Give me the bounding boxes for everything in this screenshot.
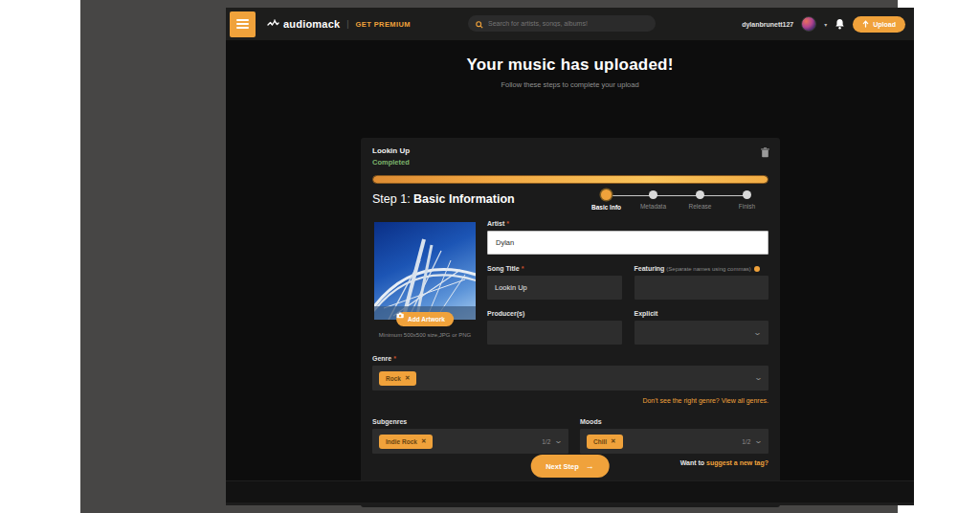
artwork-preview-image[interactable]: Add Artwork (374, 222, 476, 320)
step-header: Step 1: Basic Information (372, 192, 515, 206)
step-dot (649, 190, 657, 199)
logo-divider: | (346, 19, 348, 29)
upload-progress-bar (372, 175, 768, 184)
app-window: audiomack | GET PREMIUM dylanbrunett127 … (226, 8, 914, 505)
remove-tag-icon[interactable]: ✕ (405, 374, 410, 382)
required-marker: * (506, 220, 509, 227)
menu-icon[interactable] (230, 11, 256, 37)
subgenre-tag: Indie Rock✕ (379, 435, 433, 449)
suggest-tag-link[interactable]: suggest a new tag? (706, 459, 768, 466)
upload-button[interactable]: Upload (853, 16, 905, 33)
producers-label: Producer(s) (487, 310, 622, 317)
mood-tag: Chill✕ (587, 435, 623, 449)
page-subtitle: Follow these steps to complete your uplo… (226, 80, 914, 89)
add-artwork-button[interactable]: Add Artwork (396, 312, 454, 326)
genre-label: Genre* (372, 355, 768, 362)
stepper-step-finish[interactable]: Finish (724, 190, 770, 211)
explicit-label: Explicit (635, 310, 769, 317)
remove-tag-icon[interactable]: ✕ (611, 437, 615, 445)
audiomack-logo[interactable]: audiomack | GET PREMIUM (267, 18, 411, 30)
featuring-hint: (Separate names using commas) (666, 266, 750, 272)
featuring-input[interactable] (635, 276, 769, 300)
required-marker: * (393, 355, 396, 362)
upload-progress-fill (373, 176, 768, 183)
explicit-select[interactable]: ⌄ (635, 321, 769, 345)
stepper-step-release[interactable]: Release (677, 190, 724, 211)
basic-info-form: Artist* Song Title* Featuring (Separate … (487, 220, 768, 345)
search-bar[interactable] (468, 15, 656, 32)
uploaded-song-name: Lookin Up (372, 146, 410, 155)
genre-chevron: ⌄ (755, 374, 762, 382)
get-premium-link[interactable]: GET PREMIUM (356, 20, 411, 29)
page-title: Your music has uploaded! (226, 40, 914, 75)
upload-status-label: Completed (372, 158, 410, 167)
username-label: dylanbrunett127 (742, 21, 793, 28)
add-artwork-label: Add Artwork (408, 316, 445, 323)
next-step-button[interactable]: Next Step → (530, 455, 610, 478)
genre-tag: Rock✕ (379, 371, 416, 386)
subgenres-select[interactable]: Indie Rock✕ 1/2⌄ (372, 429, 568, 454)
account-caret-icon[interactable]: ▾ (824, 21, 827, 28)
subgenres-label: Subgenres (372, 418, 568, 425)
arrow-right-icon: → (586, 461, 594, 471)
desktop-background: audiomack | GET PREMIUM dylanbrunett127 … (80, 0, 898, 513)
view-all-genres-link[interactable]: View all genres. (722, 397, 768, 404)
required-marker: * (522, 265, 524, 272)
user-avatar[interactable] (801, 16, 816, 32)
step-dot (743, 190, 751, 199)
genre-select[interactable]: Rock✕ ⌄ (372, 366, 768, 390)
info-icon (754, 266, 760, 272)
upload-step-card: Lookin Up Completed Step 1: Basic Inform… (361, 138, 780, 507)
chevron-down-icon: ⌄ (554, 437, 563, 445)
artwork-section: Add Artwork Minimum 500x500 size,JPG or … (374, 222, 476, 338)
upload-button-label: Upload (873, 21, 896, 28)
chevron-down-icon: ⌄ (754, 437, 763, 445)
chevron-down-icon: ⌄ (754, 374, 763, 382)
step-dot (696, 190, 704, 199)
stepper-step-metadata[interactable]: Metadata (630, 190, 677, 211)
search-input[interactable] (488, 20, 648, 27)
artist-label: Artist* (487, 220, 768, 227)
step-title: Basic Information (413, 192, 515, 206)
upload-icon (862, 20, 869, 29)
subgenres-counter: 1/2⌄ (542, 437, 562, 445)
logo-text: audiomack (283, 18, 340, 30)
search-icon (476, 15, 483, 33)
remove-tag-icon[interactable]: ✕ (421, 437, 426, 445)
logo-glyph-icon (267, 19, 279, 29)
genre-help-text: Don't see the right genre? View all genr… (642, 397, 768, 404)
producers-input[interactable] (487, 321, 622, 345)
artwork-size-hint: Minimum 500x500 size,JPG or PNG (374, 332, 476, 338)
notifications-bell-icon[interactable] (835, 18, 845, 30)
window-bottom-edge (226, 502, 914, 505)
main-content: Your music has uploaded! Follow these st… (226, 40, 914, 505)
step-dot-active (601, 190, 612, 200)
chevron-down-icon: ⌄ (753, 329, 762, 337)
stepper-step-basic-info[interactable]: Basic Info (583, 190, 630, 211)
top-navigation-bar: audiomack | GET PREMIUM dylanbrunett127 … (226, 8, 914, 40)
tag-help-text: Want to suggest a new tag? (680, 459, 768, 466)
upload-stepper: Basic Info Metadata Release Finish (583, 190, 770, 213)
moods-counter: 1/2⌄ (742, 437, 762, 445)
moods-select[interactable]: Chill✕ 1/2⌄ (580, 429, 768, 454)
song-title-label: Song Title* (487, 265, 622, 272)
artist-input[interactable] (487, 231, 768, 255)
delete-upload-icon[interactable] (761, 147, 769, 158)
song-title-input[interactable] (487, 276, 622, 300)
next-step-label: Next Step (546, 462, 579, 471)
subgenres-moods-row: Subgenres Indie Rock✕ 1/2⌄ Moods Chill✕ … (372, 418, 768, 454)
topbar-right-cluster: dylanbrunett127 ▾ Upload (742, 8, 905, 40)
moods-label: Moods (580, 418, 768, 425)
featuring-label: Featuring (Separate names using commas) (635, 265, 769, 272)
genre-section: Genre* Rock✕ ⌄ (372, 355, 768, 390)
